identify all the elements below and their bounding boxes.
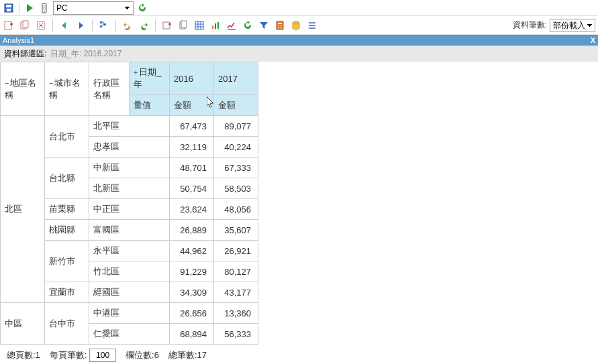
svg-rect-15	[104, 23, 106, 25]
city-cell: 新竹市	[45, 241, 89, 282]
add-row-icon[interactable]	[161, 19, 173, 32]
city-cell: 苗栗縣	[45, 199, 89, 220]
toolbar-second: 資料筆數: 部份載入	[0, 16, 598, 35]
list-icon[interactable]	[306, 19, 318, 32]
collapse-icon[interactable]: −	[5, 79, 9, 87]
play-icon[interactable]	[23, 2, 36, 14]
region-cell: 中區	[1, 303, 45, 345]
value-2016: 91,229	[170, 261, 214, 282]
line-chart-icon[interactable]	[226, 19, 238, 32]
tree-icon[interactable]	[98, 19, 110, 32]
svg-rect-13	[100, 21, 102, 23]
filter-row: 資料篩選區: 日期_年: 2016,2017	[0, 46, 598, 62]
device-select[interactable]: PC	[53, 1, 134, 15]
total-pages-label: 總頁數:1	[7, 349, 40, 361]
table-row: 北區台北市北平區67,47389,077	[1, 116, 258, 137]
region-cell: 北區	[1, 116, 45, 303]
copy-sheet-icon[interactable]	[19, 19, 31, 32]
year-2016-header[interactable]: 2016	[170, 62, 214, 95]
city-cell: 桃園縣	[45, 220, 89, 241]
mobile-icon[interactable]	[38, 2, 50, 14]
calc-icon[interactable]	[274, 19, 286, 32]
svg-rect-22	[217, 22, 219, 29]
redo-icon[interactable]	[138, 19, 150, 32]
svg-rect-16	[163, 22, 170, 29]
svg-rect-18	[181, 21, 187, 27]
district-cell: 仁愛區	[89, 324, 170, 345]
city-cell: 台北市	[45, 116, 89, 158]
refresh-icon[interactable]	[136, 2, 148, 14]
amount-2016-header[interactable]: 金額	[170, 95, 214, 116]
reload-icon[interactable]	[242, 19, 254, 32]
city-cell: 台中市	[45, 303, 89, 345]
value-2016: 26,656	[170, 303, 214, 324]
svg-point-28	[281, 27, 282, 29]
svg-rect-24	[278, 23, 282, 24]
svg-rect-5	[43, 5, 46, 10]
nav-prev-icon[interactable]	[58, 19, 70, 32]
value-2017: 43,177	[214, 282, 258, 303]
value-2016: 50,754	[170, 178, 214, 199]
delete-sheet-icon[interactable]	[35, 19, 47, 32]
value-2017: 26,921	[214, 241, 258, 261]
load-mode-select[interactable]: 部份載入	[550, 19, 595, 32]
collapse-icon[interactable]: −	[49, 79, 53, 87]
value-2016: 67,473	[170, 116, 214, 137]
value-2016: 44,962	[170, 241, 214, 261]
value-2016: 23,624	[170, 199, 214, 220]
svg-rect-1	[6, 5, 11, 7]
col-district-header[interactable]: 行政區名稱	[89, 62, 130, 116]
separator	[115, 19, 116, 32]
svg-point-27	[278, 27, 279, 29]
nav-next-icon[interactable]	[74, 19, 87, 32]
filter-icon[interactable]	[258, 19, 270, 32]
district-cell: 中正區	[89, 199, 170, 220]
district-cell: 竹北區	[89, 261, 170, 282]
district-cell: 忠孝區	[89, 137, 170, 158]
table-row: 中區台中市中港區26,65613,360	[1, 303, 258, 324]
value-2017: 58,503	[214, 178, 258, 199]
year-2017-header[interactable]: 2017	[214, 62, 258, 95]
svg-rect-20	[212, 25, 213, 29]
new-sheet-icon[interactable]	[3, 19, 15, 32]
svg-rect-19	[195, 21, 203, 29]
analysis-titlebar: Analysis1 X	[0, 35, 598, 46]
date-year-header[interactable]: +日期_年	[130, 62, 170, 95]
row-count-label: 資料筆數:	[513, 19, 547, 31]
amount-2017-header[interactable]: 金額	[214, 95, 258, 116]
separator	[19, 2, 19, 14]
save-icon[interactable]	[3, 2, 15, 14]
expand-icon[interactable]: +	[134, 68, 138, 76]
value-2017: 67,333	[214, 158, 258, 178]
filter-value: 日期_年: 2016,2017	[50, 48, 121, 60]
svg-marker-12	[79, 22, 83, 29]
svg-rect-2	[7, 9, 11, 11]
value-2017: 56,333	[214, 324, 258, 345]
filter-label: 資料篩選區:	[4, 48, 46, 60]
value-2016: 32,119	[170, 137, 214, 158]
col-region-header[interactable]: −地區名稱	[1, 62, 45, 116]
measure-header[interactable]: 量值	[130, 95, 170, 116]
pivot-table: −地區名稱 −城市名稱 行政區名稱 +日期_年 2016 2017 量值 金額 …	[0, 62, 258, 345]
value-2017: 80,127	[214, 261, 258, 282]
per-page-input[interactable]	[89, 349, 116, 362]
database-icon[interactable]	[290, 19, 302, 32]
value-2017: 13,360	[214, 303, 258, 324]
city-cell: 宜蘭市	[45, 282, 89, 303]
undo-icon[interactable]	[121, 19, 134, 32]
toolbar-top: PC	[0, 0, 598, 16]
svg-rect-7	[5, 21, 11, 29]
col-count-label: 欄位數:6	[126, 349, 159, 361]
grid-icon[interactable]	[193, 19, 205, 32]
col-city-header[interactable]: −城市名稱	[45, 62, 89, 116]
separator	[52, 19, 53, 32]
svg-rect-14	[100, 25, 102, 27]
district-cell: 北平區	[89, 116, 170, 137]
district-cell: 中新區	[89, 158, 170, 178]
bar-chart-icon[interactable]	[209, 19, 221, 32]
value-2017: 48,056	[214, 199, 258, 220]
value-2017: 35,607	[214, 220, 258, 241]
copy-data-icon[interactable]	[177, 19, 189, 32]
value-2016: 48,701	[170, 158, 214, 178]
close-icon[interactable]: X	[591, 36, 595, 44]
